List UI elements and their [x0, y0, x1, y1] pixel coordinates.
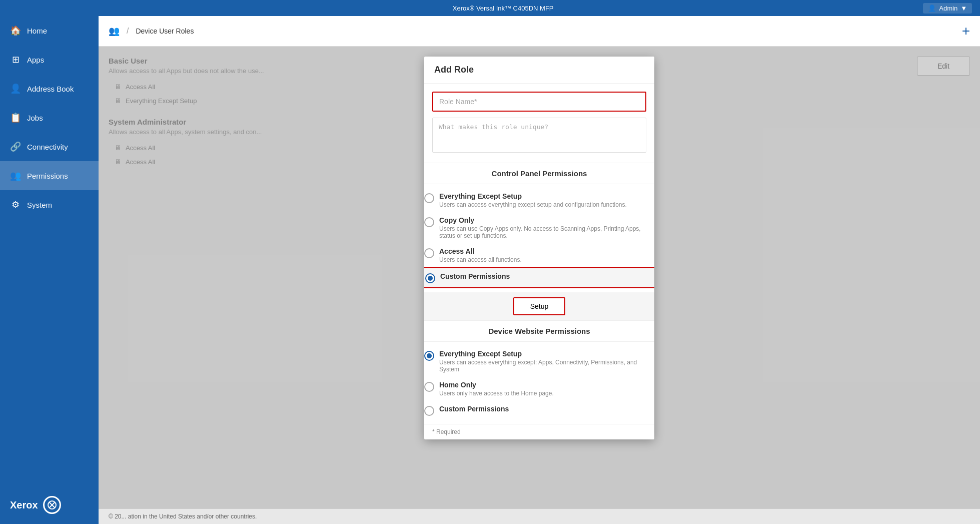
radio-label-cp-everything: Everything Except Setup	[439, 192, 627, 200]
radio-option-cp-custom: Custom Permissions	[424, 267, 654, 288]
radio-label-dw-everything: Everything Except Setup	[439, 350, 654, 358]
radio-desc-cp-everything: Users can access everything except setup…	[439, 201, 627, 208]
sidebar-item-connectivity[interactable]: 🔗 Connectivity	[0, 132, 99, 161]
sidebar-label-address-book: Address Book	[27, 85, 74, 93]
sidebar-label-apps: Apps	[27, 56, 44, 64]
main-layout: 🏠 Home ⊞ Apps 👤 Address Book 📋 Jobs 🔗 Co…	[0, 16, 980, 524]
sidebar-label-home: Home	[27, 27, 47, 35]
role-name-input[interactable]	[432, 92, 646, 112]
radio-btn-dw-custom[interactable]	[424, 406, 434, 416]
radio-label-cp-copy-only: Copy Only	[439, 216, 654, 224]
radio-label-cp-custom: Custom Permissions	[440, 272, 510, 280]
radio-option-dw-home-only: Home Only Users only have access to the …	[424, 377, 654, 401]
radio-content-dw-home-only: Home Only Users only have access to the …	[439, 381, 554, 397]
device-website-options: Everything Except Setup Users can access…	[424, 342, 654, 424]
user-icon: 👤	[928, 5, 936, 12]
breadcrumb-icon: 👥	[109, 26, 120, 37]
footer-text: © 20... ation in the United States and/o…	[109, 513, 257, 520]
radio-btn-cp-everything[interactable]	[424, 193, 434, 203]
sidebar-item-address-book[interactable]: 👤 Address Book	[0, 74, 99, 103]
chevron-down-icon: ▼	[960, 5, 967, 12]
radio-desc-cp-access-all: Users can access all functions.	[439, 256, 522, 263]
sidebar: 🏠 Home ⊞ Apps 👤 Address Book 📋 Jobs 🔗 Co…	[0, 16, 99, 524]
content-area: 👥 / Device User Roles + Edit Basic User …	[99, 16, 980, 524]
modal-title: Add Role	[424, 57, 654, 84]
radio-btn-dw-home-only[interactable]	[424, 382, 434, 392]
radio-label-cp-access-all: Access All	[439, 247, 522, 255]
radio-btn-cp-access-all[interactable]	[424, 248, 434, 258]
top-bar: Xerox® Versal Ink™ C405DN MFP 👤 Admin ▼	[0, 0, 980, 16]
radio-option-dw-custom: Custom Permissions	[424, 401, 654, 420]
setup-btn-container: Setup	[424, 292, 654, 320]
footer-bar: © 20... ation in the United States and/o…	[99, 508, 980, 524]
radio-content-cp-copy-only: Copy Only Users can use Copy Apps only. …	[439, 216, 654, 239]
control-panel-section-header: Control Panel Permissions	[424, 163, 654, 184]
sidebar-label-connectivity: Connectivity	[27, 143, 68, 151]
radio-desc-cp-copy-only: Users can use Copy Apps only. No access …	[439, 225, 654, 239]
role-unique-textarea[interactable]	[432, 118, 646, 153]
radio-content-dw-everything: Everything Except Setup Users can access…	[439, 350, 654, 373]
radio-btn-cp-copy-only[interactable]	[424, 217, 434, 227]
top-bar-title: Xerox® Versal Ink™ C405DN MFP	[83, 5, 923, 12]
modal-overlay: Add Role Control Panel Permissions	[99, 47, 980, 508]
sidebar-item-jobs[interactable]: 📋 Jobs	[0, 103, 99, 132]
device-website-section-header: Device Website Permissions	[424, 320, 654, 342]
required-note: * Required	[424, 424, 654, 439]
sidebar-label-jobs: Jobs	[27, 114, 43, 122]
top-bar-user[interactable]: 👤 Admin ▼	[923, 3, 972, 14]
content-body: Edit Basic User Allows access to all App…	[99, 47, 980, 508]
radio-label-dw-home-only: Home Only	[439, 381, 554, 389]
sidebar-item-system[interactable]: ⚙ System	[0, 190, 99, 219]
radio-content-cp-access-all: Access All Users can access all function…	[439, 247, 522, 263]
radio-btn-cp-custom[interactable]	[425, 273, 435, 283]
sidebar-label-system: System	[27, 201, 52, 209]
radio-desc-dw-everything: Users can access everything except: Apps…	[439, 359, 654, 373]
breadcrumb-separator: /	[127, 27, 129, 36]
connectivity-icon: 🔗	[10, 141, 21, 152]
radio-option-cp-access-all: Access All Users can access all function…	[424, 243, 654, 267]
add-button[interactable]: +	[962, 23, 970, 39]
xerox-logo-text: Xerox	[10, 499, 38, 511]
system-icon: ⚙	[10, 199, 21, 210]
breadcrumb-text: Device User Roles	[136, 27, 194, 35]
jobs-icon: 📋	[10, 112, 21, 123]
control-panel-options: Everything Except Setup Users can access…	[424, 184, 654, 292]
add-role-modal: Add Role Control Panel Permissions	[424, 57, 654, 439]
sidebar-bottom: Xerox	[0, 486, 99, 524]
radio-option-cp-everything: Everything Except Setup Users can access…	[424, 188, 654, 212]
radio-btn-dw-everything[interactable]	[424, 351, 434, 361]
permissions-icon: 👥	[10, 170, 21, 181]
radio-option-cp-copy-only: Copy Only Users can use Copy Apps only. …	[424, 212, 654, 243]
content-header: 👥 / Device User Roles +	[99, 16, 980, 47]
user-label: Admin	[939, 5, 957, 12]
xerox-logo-circle	[43, 496, 61, 514]
radio-option-dw-everything: Everything Except Setup Users can access…	[424, 346, 654, 377]
modal-body	[424, 84, 654, 163]
radio-content-dw-custom: Custom Permissions	[439, 405, 509, 413]
radio-content-cp-custom: Custom Permissions	[440, 272, 510, 280]
sidebar-item-permissions[interactable]: 👥 Permissions	[0, 161, 99, 190]
apps-icon: ⊞	[10, 54, 21, 65]
radio-desc-dw-home-only: Users only have access to the Home page.	[439, 390, 554, 397]
setup-button[interactable]: Setup	[513, 297, 566, 315]
sidebar-item-home[interactable]: 🏠 Home	[0, 16, 99, 45]
home-icon: 🏠	[10, 25, 21, 36]
sidebar-label-permissions: Permissions	[27, 172, 68, 180]
radio-content-cp-everything: Everything Except Setup Users can access…	[439, 192, 627, 208]
radio-label-dw-custom: Custom Permissions	[439, 405, 509, 413]
address-book-icon: 👤	[10, 83, 21, 94]
sidebar-item-apps[interactable]: ⊞ Apps	[0, 45, 99, 74]
